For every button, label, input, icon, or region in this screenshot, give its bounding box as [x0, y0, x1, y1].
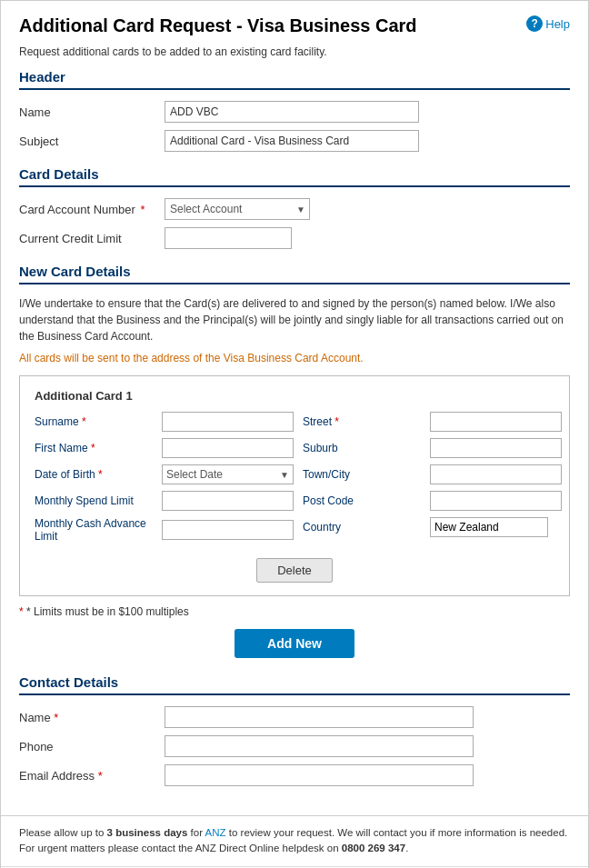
delete-btn-row: Delete: [35, 558, 554, 583]
surname-row: Surname *: [35, 412, 294, 432]
contact-email-label: Email Address *: [19, 769, 165, 783]
limits-note: * * Limits must be in $100 multiples: [19, 605, 570, 618]
help-button[interactable]: ? Help: [526, 15, 570, 32]
street-row: Street *: [303, 412, 562, 432]
subject-input[interactable]: [165, 130, 419, 152]
firstname-input[interactable]: [162, 438, 294, 458]
new-card-details-section: New Card Details I/We undertake to ensur…: [19, 264, 570, 658]
title-row: Additional Card Request - Visa Business …: [19, 15, 570, 36]
additional-card-1-block: Additional Card 1 Surname *: [19, 375, 570, 596]
card-details-label: Card Details: [19, 166, 570, 187]
suburb-label: Suburb: [303, 442, 430, 454]
contact-section: Contact Details Name * Phone Email Addre…: [19, 674, 570, 786]
current-credit-limit-row: Current Credit Limit: [19, 227, 570, 249]
card-account-select-wrapper: Select Account ▼: [165, 198, 310, 220]
monthly-spend-row: Monthly Spend Limit: [35, 491, 294, 511]
monthly-cash-input[interactable]: [162, 520, 294, 540]
card-account-row: Card Account Number * Select Account ▼: [19, 198, 570, 220]
street-input[interactable]: [430, 412, 562, 432]
footer-notice: Please allow up to 3 business days for A…: [1, 815, 588, 866]
card-col-right: Street * Suburb Town/City: [303, 412, 562, 549]
contact-email-input[interactable]: [165, 764, 474, 786]
surname-label: Surname *: [35, 415, 162, 428]
dob-select[interactable]: Select Date: [162, 464, 294, 484]
delete-button[interactable]: Delete: [256, 558, 333, 583]
contact-phone-row: Phone: [19, 735, 570, 757]
contact-phone-input[interactable]: [165, 735, 474, 757]
name-input[interactable]: [165, 101, 419, 123]
card-account-select[interactable]: Select Account: [165, 198, 310, 220]
country-label: Country: [303, 521, 430, 534]
town-city-label: Town/City: [303, 468, 430, 481]
page-container: Additional Card Request - Visa Business …: [0, 0, 589, 868]
dob-row: Date of Birth * Select Date ▼: [35, 464, 294, 484]
current-credit-limit-input[interactable]: [165, 227, 292, 249]
help-label: Help: [545, 17, 570, 31]
post-code-input[interactable]: [430, 491, 562, 511]
name-label: Name: [19, 105, 165, 119]
subject-label: Subject: [19, 135, 165, 148]
contact-email-row: Email Address *: [19, 764, 570, 786]
firstname-row: First Name *: [35, 438, 294, 458]
suburb-row: Suburb: [303, 438, 562, 458]
monthly-spend-input[interactable]: [162, 491, 294, 511]
street-label: Street *: [303, 415, 430, 428]
subject-row: Subject: [19, 130, 570, 152]
intro-text: Request additional cards to be added to …: [19, 45, 570, 58]
address-note: All cards will be sent to the address of…: [19, 352, 570, 364]
contact-phone-label: Phone: [19, 740, 165, 753]
current-credit-limit-label: Current Credit Limit: [19, 232, 165, 245]
card-account-label: Card Account Number *: [19, 203, 165, 216]
add-new-row: Add New: [19, 629, 570, 658]
monthly-cash-row: Monthly Cash Advance Limit: [35, 517, 294, 543]
dob-select-wrapper: Select Date ▼: [162, 464, 294, 484]
post-code-row: Post Code: [303, 491, 562, 511]
main-content: Additional Card Request - Visa Business …: [1, 1, 588, 815]
new-card-details-label: New Card Details: [19, 264, 570, 284]
dob-label: Date of Birth *: [35, 468, 162, 481]
contact-section-label: Contact Details: [19, 674, 570, 695]
suburb-input[interactable]: [430, 438, 562, 458]
card-col-left: Surname * First Name *: [35, 412, 294, 549]
card-details-section: Card Details Card Account Number * Selec…: [19, 166, 570, 249]
disclaimer-text: I/We undertake to ensure that the Card(s…: [19, 295, 570, 344]
monthly-cash-label: Monthly Cash Advance Limit: [35, 517, 162, 543]
contact-name-row: Name *: [19, 706, 570, 728]
town-city-row: Town/City: [303, 464, 562, 484]
name-row: Name: [19, 101, 570, 123]
header-section-label: Header: [19, 69, 570, 90]
post-code-label: Post Code: [303, 494, 430, 507]
card-block-title: Additional Card 1: [35, 389, 554, 403]
help-icon: ?: [526, 15, 543, 32]
page-title: Additional Card Request - Visa Business …: [19, 15, 417, 36]
firstname-label: First Name *: [35, 442, 162, 454]
header-section: Header Name Subject: [19, 69, 570, 152]
contact-name-input[interactable]: [165, 706, 474, 728]
monthly-spend-label: Monthly Spend Limit: [35, 494, 162, 507]
add-new-button[interactable]: Add New: [235, 629, 354, 658]
contact-name-label: Name *: [19, 711, 165, 724]
surname-input[interactable]: [162, 412, 294, 432]
card-form-grid: Surname * First Name *: [35, 412, 554, 549]
country-row: Country: [303, 517, 562, 537]
country-input[interactable]: [430, 517, 548, 537]
town-city-input[interactable]: [430, 464, 562, 484]
